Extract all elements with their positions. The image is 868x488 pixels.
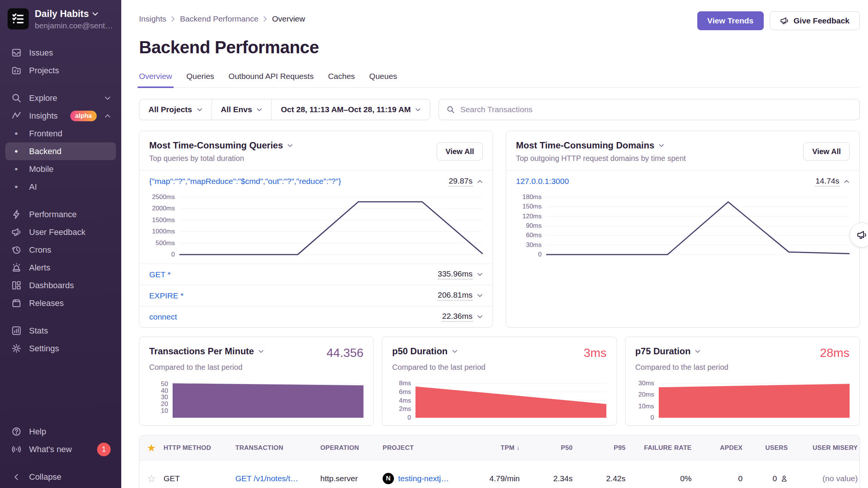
sidebar-item-stats[interactable]: Stats: [5, 322, 116, 340]
card-title: Transactions Per Minute: [149, 346, 254, 357]
most-time-consuming-domains-card: Most Time-Consuming Domains Top outgoing…: [506, 131, 860, 327]
megaphone-icon: [11, 227, 22, 237]
query-row: connect 22.36ms: [139, 306, 493, 327]
sidebar-item-user-feedback[interactable]: User Feedback: [5, 223, 116, 241]
date-range-filter[interactable]: Oct 28, 11:13 AM–Oct 28, 11:19 AM: [272, 99, 430, 120]
chevron-up-icon[interactable]: [844, 180, 849, 183]
y-axis-labels: 02ms4ms6ms8ms: [392, 380, 415, 418]
tab-caches[interactable]: Caches: [328, 72, 355, 87]
archive-box-icon: [11, 298, 22, 308]
sidebar-item-performance[interactable]: Performance: [5, 205, 116, 223]
query-row: EXPIRE * 206.81ms: [139, 285, 493, 306]
sidebar: Daily Habits benjamin.coe@sent… Issues P…: [0, 0, 121, 488]
sidebar-item-whats-new[interactable]: What's new 1: [5, 440, 116, 458]
chevron-down-icon[interactable]: [287, 144, 293, 147]
star-icon[interactable]: ★: [139, 442, 164, 454]
project-filter[interactable]: All Projects: [139, 99, 212, 120]
tab-queries[interactable]: Queries: [187, 72, 215, 87]
sidebar-item-issues[interactable]: Issues: [5, 44, 116, 62]
chevron-right-icon: [263, 16, 267, 22]
sidebar-item-projects[interactable]: Projects: [5, 62, 116, 79]
sidebar-item-insights[interactable]: Insights alpha: [5, 107, 116, 125]
users-cell: 0: [745, 474, 790, 483]
chevron-down-icon[interactable]: [477, 294, 483, 297]
tab-bar: Overview Queries Outbound API Requests C…: [139, 72, 860, 88]
transaction-link[interactable]: GET /v1/notes/t…: [235, 474, 320, 483]
project-link[interactable]: testing-nextj…: [398, 474, 449, 483]
user-misery-cell: (no value): [790, 474, 860, 483]
search-transactions-input[interactable]: [460, 105, 852, 114]
environment-filter[interactable]: All Envs: [212, 99, 272, 120]
bullet-icon: •: [11, 128, 22, 139]
give-feedback-button[interactable]: Give Feedback: [770, 11, 860, 30]
view-all-queries-button[interactable]: View All: [437, 142, 483, 161]
siren-icon: [11, 263, 22, 273]
column-operation[interactable]: OPERATION: [320, 444, 383, 452]
column-p50[interactable]: P50: [522, 444, 575, 452]
domain-link[interactable]: 127.0.0.1:3000: [516, 177, 569, 186]
column-failure-rate[interactable]: FAILURE RATE: [628, 444, 694, 452]
org-switcher[interactable]: Daily Habits benjamin.coe@sent…: [0, 0, 121, 34]
chevron-down-icon[interactable]: [477, 315, 483, 318]
line-chart: [546, 197, 849, 255]
chevron-down-icon[interactable]: [452, 350, 457, 353]
chevron-down-icon: [197, 108, 202, 111]
column-http-method[interactable]: HTTP METHOD: [164, 444, 235, 452]
header-actions: View Trends Give Feedback: [697, 11, 860, 30]
bar-chart-icon: [11, 326, 22, 336]
breadcrumb-backend-performance[interactable]: Backend Performance: [180, 14, 258, 23]
chevron-down-icon[interactable]: [258, 350, 264, 353]
card-title: p75 Duration: [635, 346, 691, 357]
query-link[interactable]: EXPIRE *: [149, 291, 184, 300]
y-axis-labels: 1020304050: [149, 380, 173, 418]
column-users[interactable]: USERS: [745, 444, 790, 452]
view-all-domains-button[interactable]: View All: [803, 142, 849, 161]
tab-queues[interactable]: Queues: [369, 72, 397, 87]
query-row: GET * 335.96ms: [139, 264, 493, 285]
p75-duration-card: p75 Duration 28ms Compared to the last p…: [625, 337, 860, 426]
chevron-down-icon[interactable]: [477, 273, 483, 276]
sidebar-item-crons[interactable]: Crons: [5, 241, 116, 259]
breadcrumb-insights[interactable]: Insights: [139, 14, 166, 23]
column-user-misery[interactable]: USER MISERY: [790, 444, 860, 452]
nav-spacer: [5, 458, 116, 468]
sidebar-item-alerts[interactable]: Alerts: [5, 259, 116, 276]
column-tpm-sorted[interactable]: TPM ↓: [465, 444, 522, 452]
p95-cell: 2.42s: [575, 474, 628, 483]
lightning-icon: [11, 209, 22, 219]
query-link[interactable]: GET *: [149, 270, 171, 279]
view-trends-button[interactable]: View Trends: [697, 11, 764, 30]
sidebar-item-frontend[interactable]: • Frontend: [5, 125, 116, 142]
chevron-down-icon[interactable]: [659, 144, 664, 147]
tab-outbound-api-requests[interactable]: Outbound API Requests: [229, 72, 314, 87]
sidebar-item-backend[interactable]: • Backend: [5, 142, 116, 160]
sidebar-item-explore[interactable]: Explore: [5, 89, 116, 107]
sidebar-item-ai[interactable]: • AI: [5, 178, 116, 196]
sort-desc-icon: ↓: [516, 444, 520, 451]
column-transaction[interactable]: TRANSACTION: [235, 444, 320, 452]
metric-cards-row: Transactions Per Minute 44.356 Compared …: [139, 337, 860, 426]
sidebar-item-dashboards[interactable]: Dashboards: [5, 276, 116, 294]
tab-overview[interactable]: Overview: [139, 72, 172, 87]
column-p95[interactable]: P95: [575, 444, 628, 452]
metric-value: 3ms: [584, 346, 606, 360]
table-row: ☆ GET GET /v1/notes/t… http.server N tes…: [139, 460, 859, 488]
query-link[interactable]: {"map":"?","mapReduce":"$cmd","out":"?",…: [149, 177, 341, 186]
column-apdex[interactable]: APDEX: [694, 444, 745, 452]
clock-icon: [11, 245, 22, 255]
chevron-up-icon[interactable]: [477, 180, 483, 183]
chevron-down-icon: [105, 96, 111, 100]
column-project[interactable]: PROJECT: [383, 444, 465, 452]
query-duration: 22.36ms: [442, 312, 473, 322]
star-outline-icon[interactable]: ☆: [139, 473, 164, 485]
sidebar-item-help[interactable]: Help: [5, 423, 116, 440]
project-cell: N testing-nextj…: [383, 473, 465, 484]
query-link[interactable]: connect: [149, 312, 177, 321]
sidebar-collapse-button[interactable]: Collapse: [5, 468, 116, 486]
y-axis-labels: 0500ms1000ms1500ms2000ms2500ms: [143, 197, 179, 255]
chevron-down-icon[interactable]: [695, 350, 700, 353]
sidebar-item-settings[interactable]: Settings: [5, 340, 116, 357]
bullet-icon: •: [11, 164, 22, 175]
sidebar-item-mobile[interactable]: • Mobile: [5, 160, 116, 178]
sidebar-item-releases[interactable]: Releases: [5, 294, 116, 312]
